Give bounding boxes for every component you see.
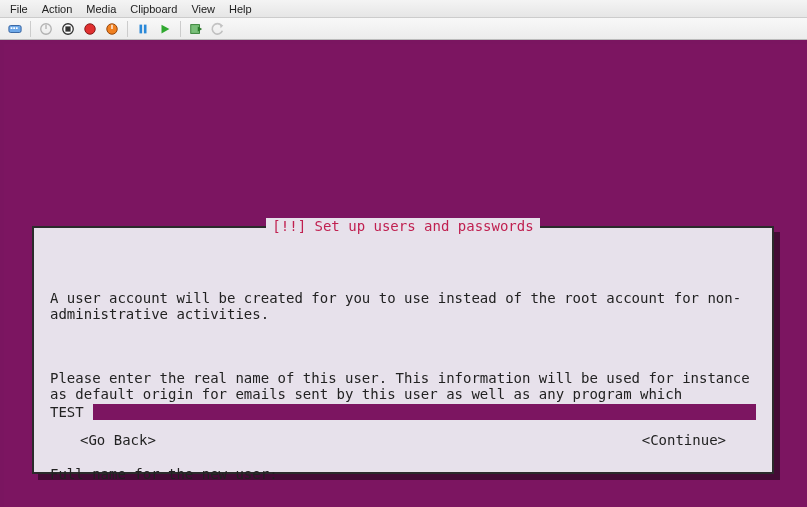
- vm-display[interactable]: [!!] Set up users and passwords A user a…: [0, 40, 807, 507]
- svg-rect-11: [140, 24, 143, 33]
- save-state-icon[interactable]: [81, 20, 99, 38]
- vm-screen[interactable]: [!!] Set up users and passwords A user a…: [4, 44, 807, 507]
- input-fill: ________________________________________…: [93, 404, 756, 420]
- toolbar-separator: [180, 21, 181, 37]
- start-icon[interactable]: [156, 20, 174, 38]
- continue-button[interactable]: <Continue>: [642, 432, 726, 448]
- toolbar-separator: [30, 21, 31, 37]
- menu-media[interactable]: Media: [80, 2, 122, 16]
- svg-rect-2: [13, 27, 15, 29]
- pause-icon[interactable]: [134, 20, 152, 38]
- turn-off-icon[interactable]: [37, 20, 55, 38]
- svg-marker-13: [162, 24, 170, 33]
- menu-action[interactable]: Action: [36, 2, 79, 16]
- reset-icon[interactable]: [103, 20, 121, 38]
- menu-help[interactable]: Help: [223, 2, 258, 16]
- dialog-title-row: [!!] Set up users and passwords: [34, 218, 772, 234]
- dialog-buttons: <Go Back> <Continue>: [34, 432, 772, 448]
- checkpoint-icon[interactable]: [187, 20, 205, 38]
- shutdown-icon[interactable]: [59, 20, 77, 38]
- fullname-input[interactable]: TEST____________________________________…: [50, 404, 756, 420]
- menu-file[interactable]: File: [4, 2, 34, 16]
- dialog-title: [!!] Set up users and passwords: [266, 218, 539, 234]
- menu-clipboard[interactable]: Clipboard: [124, 2, 183, 16]
- installer-dialog: [!!] Set up users and passwords A user a…: [32, 226, 774, 474]
- menu-view[interactable]: View: [185, 2, 221, 16]
- svg-rect-3: [16, 27, 18, 29]
- menubar: File Action Media Clipboard View Help: [0, 0, 807, 18]
- text-cursor: [84, 404, 93, 420]
- svg-rect-12: [144, 24, 147, 33]
- dialog-para1: A user account will be created for you t…: [50, 290, 756, 322]
- svg-rect-1: [11, 27, 13, 29]
- dialog-prompt: Full name for the new user:: [50, 466, 756, 482]
- fullname-input-value: TEST: [50, 404, 84, 420]
- dialog-body: A user account will be created for you t…: [34, 228, 772, 507]
- svg-rect-7: [65, 26, 70, 31]
- svg-point-8: [85, 23, 96, 34]
- toolbar-separator: [127, 21, 128, 37]
- ctrl-alt-del-icon[interactable]: [6, 20, 24, 38]
- revert-icon[interactable]: [209, 20, 227, 38]
- toolbar: [0, 18, 807, 40]
- go-back-button[interactable]: <Go Back>: [80, 432, 156, 448]
